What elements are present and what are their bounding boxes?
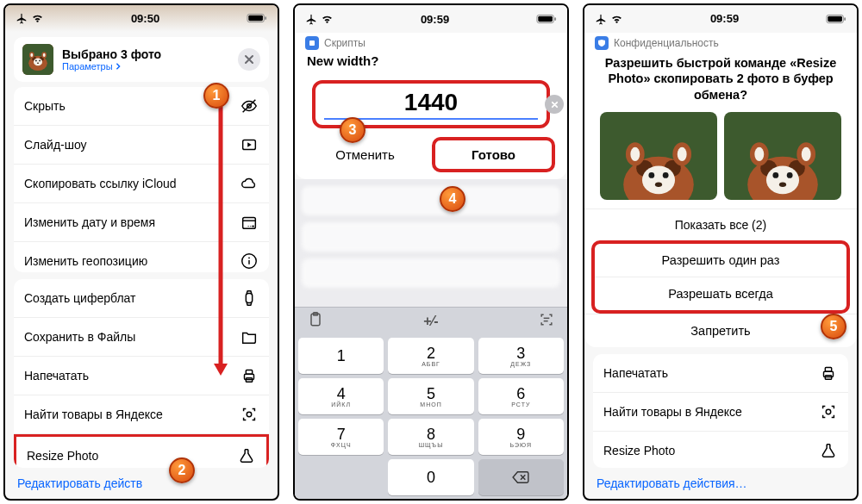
svg-rect-41 (828, 16, 842, 22)
done-button[interactable]: Готово (432, 137, 555, 172)
photo-preview-2 (724, 112, 841, 200)
edit-actions-link[interactable]: Редактировать действия… (584, 468, 857, 499)
action-change-geo[interactable]: Изменить геопозицию (14, 242, 269, 273)
action-watch-face[interactable]: Создать циферблат (14, 279, 269, 318)
action-resize-photo[interactable]: Resize Photo (593, 432, 848, 468)
printer-icon (240, 366, 259, 385)
allow-once-button[interactable]: Разрешить один раз (595, 244, 846, 277)
wifi-icon (610, 14, 623, 24)
svg-rect-33 (538, 16, 553, 22)
width-input[interactable]: 1440 (324, 89, 538, 120)
share-sheet-header: Выбрано 3 фото Параметры (14, 37, 269, 82)
clear-input-button[interactable] (545, 95, 564, 114)
battery-icon (826, 14, 846, 24)
wifi-icon (321, 14, 334, 24)
scan-icon (819, 402, 838, 421)
status-bar: 09:59 (584, 5, 857, 33)
key-0[interactable]: 0 (388, 459, 473, 495)
header-params-link[interactable]: Параметры (62, 61, 229, 72)
marker-5: 5 (821, 314, 846, 339)
photo-preview-1 (600, 112, 717, 200)
marker-1: 1 (203, 83, 229, 109)
svg-rect-42 (844, 17, 846, 21)
action-yandex-search[interactable]: Найти товары в Яндексе (14, 395, 269, 434)
action-hide[interactable]: Скрыть (14, 87, 269, 126)
header-title: Выбрано 3 фото (62, 47, 229, 61)
question-text: New width? (295, 50, 567, 77)
photo-previews (584, 112, 857, 208)
airplane-icon (305, 13, 317, 25)
folder-icon (240, 327, 259, 346)
action-resize-photo[interactable]: Resize Photo (14, 434, 269, 468)
action-change-date[interactable]: Изменить дату и время (14, 203, 269, 242)
key-9[interactable]: 9ЬЭЮЯ (478, 419, 564, 455)
marker-2: 2 (169, 457, 195, 483)
svg-rect-30 (265, 17, 266, 21)
privacy-dialog: Конфиденциальность Разрешить быстрой ком… (584, 33, 857, 348)
key-4[interactable]: 4ИЙКЛ (298, 378, 384, 414)
watch-icon (240, 289, 259, 308)
status-bar: 09:59 (295, 5, 567, 33)
key-8[interactable]: 8ШЩЪЫ (388, 419, 473, 455)
blurred-background (295, 179, 567, 307)
action-yandex-search[interactable]: Найти товары в Яндексе (593, 393, 848, 432)
numeric-keypad: 1 2АБВГ 3ДЕЖЗ 4ИЙКЛ 5МНОП 6РСТУ 7ФХЦЧ 8Ш… (295, 334, 567, 499)
scan-icon (240, 405, 259, 424)
play-icon (240, 135, 259, 154)
actions-group-2: Создать циферблат Сохранить в Файлы Напе… (14, 279, 269, 468)
key-5[interactable]: 5МНОП (388, 378, 473, 414)
wifi-icon (31, 13, 44, 23)
arrow-down (212, 107, 229, 383)
cloud-icon (240, 174, 259, 193)
battery-icon (247, 13, 267, 23)
action-icloud-link[interactable]: Скопировать ссылку iCloud (14, 165, 269, 203)
flask-icon (819, 441, 838, 460)
phone-3: 09:59 Конфиденциальность Разрешить быстр… (583, 3, 859, 501)
action-print[interactable]: Напечатать (14, 357, 269, 395)
scan-text-icon[interactable] (538, 311, 555, 332)
key-3[interactable]: 3ДЕЖЗ (478, 338, 564, 374)
privacy-label: Конфиденциальность (584, 33, 857, 50)
action-save-files[interactable]: Сохранить в Файлы (14, 318, 269, 357)
eye-slash-icon (240, 96, 259, 115)
scripts-label: Скрипты (295, 33, 567, 50)
paste-icon[interactable] (307, 311, 324, 332)
show-all-button[interactable]: Показать все (2) (584, 208, 857, 240)
allow-always-button[interactable]: Разрешать всегда (595, 277, 846, 310)
status-time: 09:59 (710, 12, 739, 25)
close-button[interactable] (238, 48, 260, 71)
ask-dialog: Скрипты New width? 1440 Отменить Готово (295, 33, 567, 179)
key-7[interactable]: 7ФХЦЧ (298, 419, 384, 455)
privacy-question: Разрешить быстрой команде «Resize Photo»… (584, 50, 857, 113)
status-time: 09:50 (131, 12, 159, 25)
airplane-icon (595, 13, 607, 25)
status-bar: 09:50 (5, 5, 278, 32)
cancel-button[interactable]: Отменить (307, 140, 423, 169)
printer-icon (819, 364, 838, 383)
background-actions: Напечатать Найти товары в Яндексе Resize… (593, 354, 848, 468)
key-1[interactable]: 1 (298, 338, 384, 374)
edit-actions-link[interactable]: Редактировать действ (5, 468, 278, 499)
scripts-icon (305, 36, 319, 50)
svg-rect-35 (309, 40, 315, 46)
calendar-icon (240, 213, 259, 232)
key-6[interactable]: 6РСТУ (478, 378, 564, 414)
flask-icon (237, 446, 256, 465)
marker-4: 4 (440, 186, 465, 212)
info-icon (240, 252, 259, 271)
airplane-icon (16, 12, 28, 24)
plus-minus-icon[interactable]: +⁄- (423, 314, 438, 329)
status-time: 09:59 (421, 13, 449, 26)
phone-1: 09:50 Выбрано 3 фото Параметры Скрыть Сл… (3, 3, 279, 501)
key-backspace[interactable] (478, 459, 564, 495)
privacy-icon (595, 36, 609, 50)
keyboard-toolbar: +⁄- (295, 307, 567, 334)
battery-icon (536, 14, 557, 24)
action-print[interactable]: Напечатать (593, 354, 848, 393)
deny-button[interactable]: Запретить (584, 314, 857, 347)
actions-group-1: Скрыть Слайд-шоу Скопировать ссылку iClo… (14, 87, 269, 273)
action-slideshow[interactable]: Слайд-шоу (14, 126, 269, 165)
key-2[interactable]: 2АБВГ (388, 338, 473, 374)
phone-2: 09:59 Скрипты New width? 1440 Отменить Г… (293, 3, 569, 501)
key-empty (298, 459, 384, 495)
